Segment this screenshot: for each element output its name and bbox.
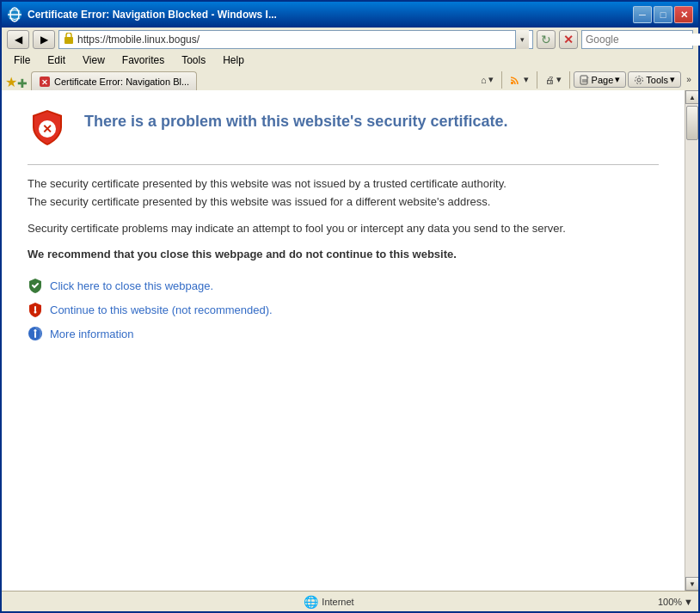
page-label: Page: [592, 75, 614, 85]
svg-point-10: [637, 78, 641, 82]
error-body: The security certificate presented by th…: [28, 175, 659, 264]
page-dropdown-icon: ▾: [615, 74, 620, 85]
toolbar-separator-3: [569, 71, 570, 89]
address-security-icon: [63, 33, 75, 47]
menu-bar: File Edit View Favorites Tools Help: [2, 52, 698, 69]
menu-view[interactable]: View: [77, 52, 110, 68]
menu-edit[interactable]: Edit: [42, 52, 71, 68]
svg-point-11: [636, 76, 643, 83]
error-title: There is a problem with this website's s…: [84, 107, 507, 132]
page-icon: [580, 75, 590, 85]
print-button[interactable]: 🖨 ▾: [541, 72, 566, 87]
zoom-level: 100%: [658, 597, 682, 607]
url-text[interactable]: https://tmobile.linux.bogus/: [77, 34, 515, 46]
zoom-dropdown-icon[interactable]: ▼: [684, 597, 693, 607]
stop-button[interactable]: ✕: [559, 30, 578, 49]
svg-point-18: [34, 329, 37, 332]
zone-globe-icon: 🌐: [304, 595, 318, 609]
menu-favorites[interactable]: Favorites: [117, 52, 169, 68]
back-button[interactable]: ◀: [7, 30, 29, 49]
search-input[interactable]: [582, 34, 700, 46]
scrollbar: ▲ ▼: [685, 90, 698, 591]
tab-section: ★ ✚ ✕ Certificate Error: Navigation Bl..…: [2, 69, 473, 90]
shield-icon-wrap: ✕: [28, 107, 71, 150]
error-paragraph-2: Security certificate problems may indica…: [28, 220, 659, 238]
browser-tab[interactable]: ✕ Certificate Error: Navigation Bl...: [31, 71, 197, 90]
page-content: ✕ There is a problem with this website's…: [2, 90, 685, 591]
rss-button[interactable]: ▾: [506, 72, 533, 88]
refresh-button[interactable]: ↻: [537, 30, 556, 49]
error-header: ✕ There is a problem with this website's…: [28, 107, 659, 150]
tools-dropdown-icon: ▾: [670, 74, 675, 85]
tools-label: Tools: [646, 75, 668, 85]
zone-label: Internet: [322, 597, 353, 607]
title-bar: Certificate Error: Navigation Blocked - …: [2, 2, 698, 28]
tools-menu-button[interactable]: Tools ▾: [628, 71, 681, 88]
search-wrap: 🔍: [581, 30, 693, 49]
svg-text:✕: ✕: [41, 78, 48, 87]
home-dropdown[interactable]: ▾: [488, 74, 494, 85]
more-info-link-row: More information: [28, 326, 659, 341]
window-controls: ─ □ ✕: [633, 6, 693, 23]
home-icon: ⌂: [481, 75, 487, 85]
error-warning: We recommend that you close this webpage…: [28, 246, 659, 264]
content-divider: [28, 164, 659, 165]
close-button[interactable]: ✕: [674, 6, 693, 23]
scrollbar-thumb[interactable]: [686, 106, 698, 140]
window-title: Certificate Error: Navigation Blocked - …: [28, 9, 633, 21]
scrollbar-track[interactable]: [685, 104, 698, 577]
home-button[interactable]: ⌂ ▾: [476, 72, 498, 87]
status-bar: 🌐 Internet 100% ▼: [2, 591, 698, 611]
menu-tools[interactable]: Tools: [176, 52, 211, 68]
continue-link[interactable]: Continue to this website (not recommende…: [50, 303, 273, 316]
continue-link-icon: [28, 302, 43, 317]
svg-text:✕: ✕: [42, 122, 52, 136]
maximize-button[interactable]: □: [654, 6, 672, 23]
toolbar-separator-1: [501, 71, 502, 89]
address-bar: ◀ ▶ https://tmobile.linux.bogus/ ▾ ↻ ✕ 🔍: [2, 28, 698, 52]
continue-link-row: Continue to this website (not recommende…: [28, 302, 659, 317]
close-link-row: Click here to close this webpage.: [28, 278, 659, 293]
minimize-button[interactable]: ─: [633, 6, 652, 23]
content-area: ✕ There is a problem with this website's…: [2, 90, 698, 591]
page-menu-button[interactable]: Page ▾: [574, 71, 627, 88]
toolbar-expand-button[interactable]: »: [683, 71, 695, 89]
status-zoom[interactable]: 100% ▼: [658, 597, 693, 607]
close-webpage-link[interactable]: Click here to close this webpage.: [50, 279, 213, 292]
address-dropdown[interactable]: ▾: [515, 30, 529, 49]
toolbar-separator-2: [537, 71, 537, 89]
menu-file[interactable]: File: [9, 52, 35, 68]
status-zone: 🌐 Internet: [7, 595, 651, 609]
more-info-icon: [28, 326, 43, 341]
right-toolbar: ⌂ ▾ ▾ 🖨 ▾: [473, 69, 698, 90]
address-input-wrap: https://tmobile.linux.bogus/ ▾: [58, 30, 533, 49]
title-bar-icon: [7, 7, 22, 22]
tab-label: Certificate Error: Navigation Bl...: [54, 77, 189, 87]
favorites-star-icon[interactable]: ★: [5, 74, 17, 90]
forward-button[interactable]: ▶: [33, 30, 55, 49]
print-dropdown[interactable]: ▾: [556, 74, 562, 85]
scrollbar-up-button[interactable]: ▲: [685, 90, 698, 104]
rss-dropdown[interactable]: ▾: [524, 74, 529, 85]
scrollbar-down-button[interactable]: ▼: [685, 577, 698, 591]
menu-help[interactable]: Help: [218, 52, 249, 68]
more-info-link[interactable]: More information: [50, 328, 134, 340]
rss-icon: [510, 74, 522, 86]
shield-error-icon: ✕: [28, 107, 67, 147]
tab-favicon: ✕: [39, 76, 51, 88]
tab-row-wrap: ★ ✚ ✕ Certificate Error: Navigation Bl..…: [2, 69, 698, 90]
error-paragraph-1: The security certificate presented by th…: [28, 175, 659, 211]
close-link-icon: [28, 278, 43, 293]
svg-rect-6: [511, 82, 513, 84]
svg-rect-3: [64, 37, 73, 44]
add-favorites-icon[interactable]: ✚: [17, 77, 28, 90]
browser-window: Certificate Error: Navigation Blocked - …: [0, 0, 700, 613]
print-icon: 🖨: [545, 75, 555, 85]
gear-icon: [634, 75, 644, 85]
